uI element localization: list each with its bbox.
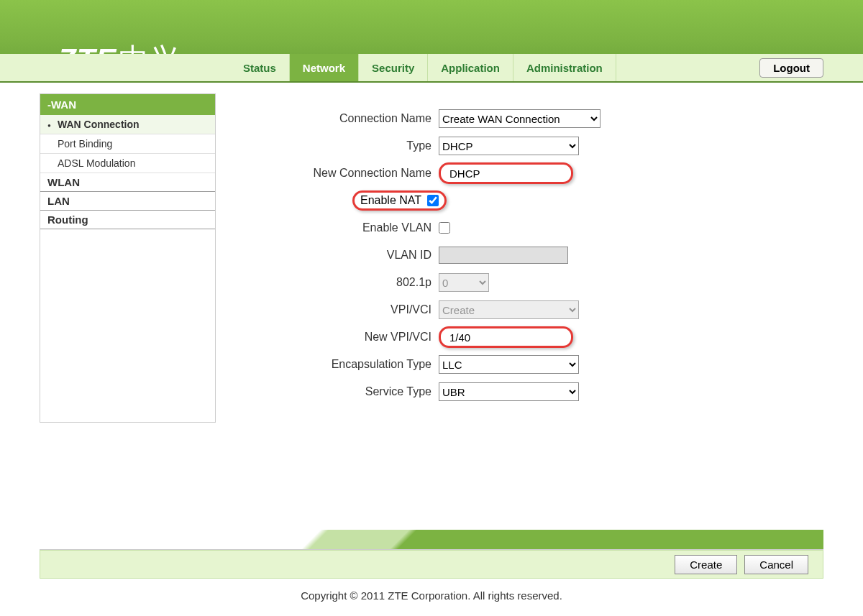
action-bar: Create Cancel [40,550,823,579]
header: ZTE中兴 Status Network Security Applicatio… [0,0,863,83]
label-connection-name: Connection Name [237,112,439,125]
label-enable-nat: Enable NAT [360,194,421,207]
input-vlan-id [439,247,568,264]
label-vpi-vci: VPI/VCI [237,303,439,316]
input-new-connection-name[interactable] [447,166,565,180]
footer: Create Cancel Copyright © 2011 ZTE Corpo… [40,530,823,616]
sidebar: -WAN WAN Connection Port Binding ADSL Mo… [40,93,216,423]
label-type: Type [237,139,439,152]
label-enable-vlan: Enable VLAN [237,221,439,234]
tab-application[interactable]: Application [428,54,513,81]
copyright-text: Copyright © 2011 ZTE Corporation. All ri… [40,579,823,616]
sidebar-item-adsl-modulation[interactable]: ADSL Modulation [40,154,215,173]
body: -WAN WAN Connection Port Binding ADSL Mo… [0,83,863,423]
sidebar-item-port-binding[interactable]: Port Binding [40,134,215,154]
select-encapsulation-type[interactable]: LLC [439,355,579,374]
checkbox-enable-vlan[interactable] [439,222,450,234]
sidebar-group-lan[interactable]: LAN [40,192,215,211]
cancel-button[interactable]: Cancel [744,555,808,574]
highlight-enable-nat: Enable NAT [352,190,447,211]
sidebar-section-wan[interactable]: -WAN [40,94,215,115]
form-panel: Connection Name Create WAN Connection Ty… [216,93,823,423]
label-8021p: 802.1p [237,276,439,289]
label-vlan-id: VLAN ID [237,249,439,262]
decorative-stripe [40,530,823,550]
logout-button[interactable]: Logout [759,58,823,78]
label-encapsulation-type: Encapsulation Type [237,358,439,371]
highlight-new-vpi-vci [439,326,573,348]
select-service-type[interactable]: UBR [439,382,579,401]
select-8021p: 0 [439,273,489,292]
tab-network[interactable]: Network [290,54,359,81]
sidebar-group-wlan[interactable]: WLAN [40,173,215,192]
tab-administration[interactable]: Administration [513,54,616,81]
create-button[interactable]: Create [675,555,737,574]
label-new-vpi-vci: New VPI/VCI [237,331,439,344]
checkbox-enable-nat[interactable] [427,195,439,206]
sidebar-group-routing[interactable]: Routing [40,211,215,229]
main-nav: Status Network Security Application Admi… [0,54,863,81]
tab-status[interactable]: Status [230,54,290,81]
tab-security[interactable]: Security [359,54,428,81]
highlight-new-connection-name [439,162,573,184]
sidebar-item-wan-connection[interactable]: WAN Connection [40,115,215,134]
input-new-vpi-vci[interactable] [447,330,565,344]
select-type[interactable]: DHCP [439,137,579,155]
select-vpi-vci: Create [439,300,579,319]
label-new-connection-name: New Connection Name [237,167,439,180]
label-service-type: Service Type [237,385,439,398]
select-connection-name[interactable]: Create WAN Connection [439,109,601,128]
